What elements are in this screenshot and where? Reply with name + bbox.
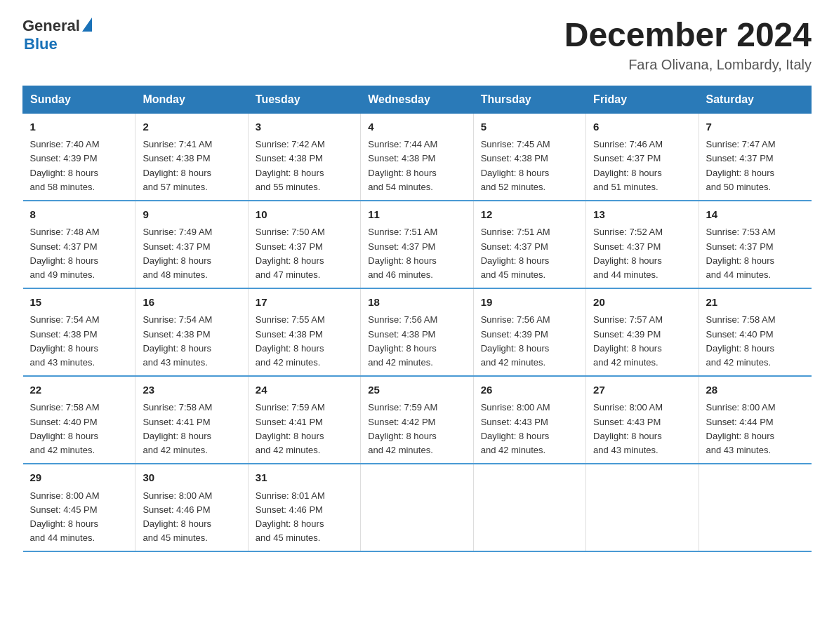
day-info: Sunrise: 7:46 AMSunset: 4:37 PMDaylight:… xyxy=(593,139,663,192)
calendar-week-row: 22 Sunrise: 7:58 AMSunset: 4:40 PMDaylig… xyxy=(23,376,812,464)
day-info: Sunrise: 7:52 AMSunset: 4:37 PMDaylight:… xyxy=(593,227,663,279)
table-row: 15 Sunrise: 7:54 AMSunset: 4:38 PMDaylig… xyxy=(23,288,135,376)
location-subtitle: Fara Olivana, Lombardy, Italy xyxy=(564,57,812,73)
day-number: 26 xyxy=(481,382,578,398)
day-number: 23 xyxy=(143,382,240,398)
header-wednesday: Wednesday xyxy=(361,86,473,113)
day-number: 10 xyxy=(256,207,353,223)
day-info: Sunrise: 7:57 AMSunset: 4:39 PMDaylight:… xyxy=(593,314,663,367)
day-info: Sunrise: 7:48 AMSunset: 4:37 PMDaylight:… xyxy=(30,227,100,279)
table-row: 13 Sunrise: 7:52 AMSunset: 4:37 PMDaylig… xyxy=(586,201,699,288)
day-info: Sunrise: 7:45 AMSunset: 4:38 PMDaylight:… xyxy=(481,139,550,192)
day-info: Sunrise: 7:54 AMSunset: 4:38 PMDaylight:… xyxy=(143,314,212,367)
day-info: Sunrise: 8:00 AMSunset: 4:43 PMDaylight:… xyxy=(593,402,663,455)
table-row: 27 Sunrise: 8:00 AMSunset: 4:43 PMDaylig… xyxy=(586,376,699,464)
day-number: 17 xyxy=(256,295,353,311)
day-info: Sunrise: 7:56 AMSunset: 4:38 PMDaylight:… xyxy=(368,314,437,367)
table-row xyxy=(361,464,473,551)
day-number: 27 xyxy=(593,382,691,398)
table-row: 4 Sunrise: 7:44 AMSunset: 4:38 PMDayligh… xyxy=(361,113,473,201)
day-info: Sunrise: 7:47 AMSunset: 4:37 PMDaylight:… xyxy=(706,139,776,192)
day-number: 11 xyxy=(368,207,465,223)
day-number: 14 xyxy=(706,207,805,223)
table-row: 22 Sunrise: 7:58 AMSunset: 4:40 PMDaylig… xyxy=(23,376,135,464)
day-number: 2 xyxy=(143,119,240,135)
table-row: 9 Sunrise: 7:49 AMSunset: 4:37 PMDayligh… xyxy=(135,201,248,288)
day-info: Sunrise: 7:40 AMSunset: 4:39 PMDaylight:… xyxy=(30,139,100,192)
header-saturday: Saturday xyxy=(699,86,811,113)
day-number: 30 xyxy=(143,470,240,486)
day-info: Sunrise: 7:58 AMSunset: 4:40 PMDaylight:… xyxy=(30,402,100,455)
day-info: Sunrise: 7:58 AMSunset: 4:40 PMDaylight:… xyxy=(706,314,776,367)
calendar-week-row: 15 Sunrise: 7:54 AMSunset: 4:38 PMDaylig… xyxy=(23,288,812,376)
weekday-header-row: Sunday Monday Tuesday Wednesday Thursday… xyxy=(23,86,812,113)
header-friday: Friday xyxy=(586,86,699,113)
day-info: Sunrise: 8:01 AMSunset: 4:46 PMDaylight:… xyxy=(256,490,325,543)
table-row: 10 Sunrise: 7:50 AMSunset: 4:37 PMDaylig… xyxy=(248,201,360,288)
header-thursday: Thursday xyxy=(473,86,585,113)
day-info: Sunrise: 8:00 AMSunset: 4:46 PMDaylight:… xyxy=(143,490,212,543)
table-row: 23 Sunrise: 7:58 AMSunset: 4:41 PMDaylig… xyxy=(135,376,248,464)
day-number: 31 xyxy=(256,470,353,486)
logo-blue: Blue xyxy=(24,35,58,53)
day-number: 28 xyxy=(706,382,805,398)
table-row: 16 Sunrise: 7:54 AMSunset: 4:38 PMDaylig… xyxy=(135,288,248,376)
calendar-week-row: 8 Sunrise: 7:48 AMSunset: 4:37 PMDayligh… xyxy=(23,201,812,288)
day-number: 18 xyxy=(368,295,465,311)
table-row xyxy=(473,464,585,551)
table-row: 19 Sunrise: 7:56 AMSunset: 4:39 PMDaylig… xyxy=(473,288,585,376)
day-number: 3 xyxy=(256,119,353,135)
day-info: Sunrise: 7:54 AMSunset: 4:38 PMDaylight:… xyxy=(30,314,100,367)
table-row: 24 Sunrise: 7:59 AMSunset: 4:41 PMDaylig… xyxy=(248,376,360,464)
table-row: 14 Sunrise: 7:53 AMSunset: 4:37 PMDaylig… xyxy=(699,201,811,288)
calendar-week-row: 29 Sunrise: 8:00 AMSunset: 4:45 PMDaylig… xyxy=(23,464,812,551)
table-row: 28 Sunrise: 8:00 AMSunset: 4:44 PMDaylig… xyxy=(699,376,811,464)
day-info: Sunrise: 7:58 AMSunset: 4:41 PMDaylight:… xyxy=(143,402,212,455)
day-info: Sunrise: 7:59 AMSunset: 4:41 PMDaylight:… xyxy=(256,402,325,455)
table-row: 11 Sunrise: 7:51 AMSunset: 4:37 PMDaylig… xyxy=(361,201,473,288)
day-number: 21 xyxy=(706,295,805,311)
day-info: Sunrise: 8:00 AMSunset: 4:43 PMDaylight:… xyxy=(481,402,550,455)
logo-general: General xyxy=(22,17,80,35)
table-row: 7 Sunrise: 7:47 AMSunset: 4:37 PMDayligh… xyxy=(699,113,811,201)
header-monday: Monday xyxy=(135,86,248,113)
day-info: Sunrise: 7:44 AMSunset: 4:38 PMDaylight:… xyxy=(368,139,437,192)
day-number: 24 xyxy=(256,382,353,398)
day-number: 5 xyxy=(481,119,578,135)
table-row: 26 Sunrise: 8:00 AMSunset: 4:43 PMDaylig… xyxy=(473,376,585,464)
table-row: 18 Sunrise: 7:56 AMSunset: 4:38 PMDaylig… xyxy=(361,288,473,376)
table-row: 17 Sunrise: 7:55 AMSunset: 4:38 PMDaylig… xyxy=(248,288,360,376)
day-number: 29 xyxy=(30,470,128,486)
day-info: Sunrise: 8:00 AMSunset: 4:45 PMDaylight:… xyxy=(30,490,100,543)
day-info: Sunrise: 8:00 AMSunset: 4:44 PMDaylight:… xyxy=(706,402,776,455)
month-title: December 2024 xyxy=(564,17,812,54)
table-row: 2 Sunrise: 7:41 AMSunset: 4:38 PMDayligh… xyxy=(135,113,248,201)
day-number: 15 xyxy=(30,295,128,311)
table-row: 1 Sunrise: 7:40 AMSunset: 4:39 PMDayligh… xyxy=(23,113,135,201)
page-header: General Blue December 2024 Fara Olivana,… xyxy=(22,17,812,73)
day-info: Sunrise: 7:53 AMSunset: 4:37 PMDaylight:… xyxy=(706,227,776,279)
logo: General Blue xyxy=(22,17,92,53)
table-row: 30 Sunrise: 8:00 AMSunset: 4:46 PMDaylig… xyxy=(135,464,248,551)
day-info: Sunrise: 7:56 AMSunset: 4:39 PMDaylight:… xyxy=(481,314,550,367)
table-row: 25 Sunrise: 7:59 AMSunset: 4:42 PMDaylig… xyxy=(361,376,473,464)
day-info: Sunrise: 7:59 AMSunset: 4:42 PMDaylight:… xyxy=(368,402,437,455)
table-row: 5 Sunrise: 7:45 AMSunset: 4:38 PMDayligh… xyxy=(473,113,585,201)
day-number: 4 xyxy=(368,119,465,135)
calendar-week-row: 1 Sunrise: 7:40 AMSunset: 4:39 PMDayligh… xyxy=(23,113,812,201)
table-row: 3 Sunrise: 7:42 AMSunset: 4:38 PMDayligh… xyxy=(248,113,360,201)
table-row: 12 Sunrise: 7:51 AMSunset: 4:37 PMDaylig… xyxy=(473,201,585,288)
logo-triangle-icon xyxy=(82,18,92,32)
day-number: 12 xyxy=(481,207,578,223)
day-info: Sunrise: 7:41 AMSunset: 4:38 PMDaylight:… xyxy=(143,139,212,192)
day-number: 19 xyxy=(481,295,578,311)
day-number: 7 xyxy=(706,119,805,135)
day-info: Sunrise: 7:55 AMSunset: 4:38 PMDaylight:… xyxy=(256,314,325,367)
header-sunday: Sunday xyxy=(23,86,135,113)
table-row: 8 Sunrise: 7:48 AMSunset: 4:37 PMDayligh… xyxy=(23,201,135,288)
table-row: 20 Sunrise: 7:57 AMSunset: 4:39 PMDaylig… xyxy=(586,288,699,376)
day-number: 6 xyxy=(593,119,691,135)
day-number: 1 xyxy=(30,119,128,135)
day-number: 16 xyxy=(143,295,240,311)
day-info: Sunrise: 7:49 AMSunset: 4:37 PMDaylight:… xyxy=(143,227,212,279)
